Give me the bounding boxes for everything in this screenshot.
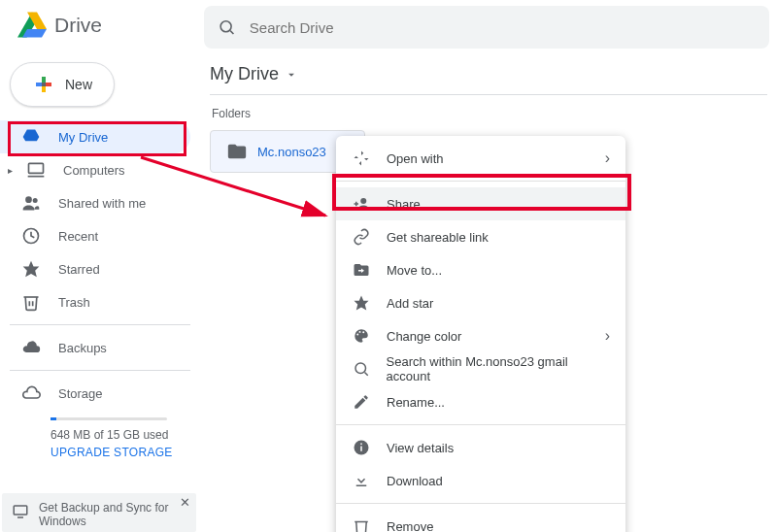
clock-icon bbox=[21, 226, 41, 246]
svg-rect-2 bbox=[42, 83, 46, 86]
brand-title: Drive bbox=[54, 14, 102, 37]
info-icon bbox=[352, 438, 371, 457]
svg-point-13 bbox=[362, 331, 364, 333]
new-button[interactable]: New bbox=[10, 62, 115, 107]
svg-line-1 bbox=[230, 31, 233, 34]
nav-trash[interactable]: Trash bbox=[0, 285, 190, 318]
svg-point-12 bbox=[359, 331, 361, 333]
brand[interactable]: Drive bbox=[0, 11, 204, 40]
plus-icon bbox=[32, 73, 55, 96]
trash-icon bbox=[21, 292, 41, 312]
snackbar[interactable]: Get Backup and Sync for Windows ✕ bbox=[2, 493, 196, 532]
folder-name: Mc.nonso23 bbox=[257, 145, 326, 159]
context-menu: Open with › Share... Get shareable link … bbox=[336, 136, 625, 532]
trash-icon bbox=[352, 516, 371, 532]
folders-label: Folders bbox=[212, 107, 777, 120]
menu-remove[interactable]: Remove bbox=[336, 510, 625, 532]
drive-icon bbox=[21, 127, 41, 147]
menu-move-to[interactable]: Move to... bbox=[336, 253, 625, 286]
nav-shared-with-me[interactable]: Shared with me bbox=[0, 186, 190, 219]
svg-line-15 bbox=[364, 372, 367, 375]
cloud-outline-icon bbox=[21, 383, 41, 403]
menu-search-within[interactable]: Search within Mc.nonso23 gmail account bbox=[336, 352, 625, 385]
rename-icon bbox=[352, 392, 371, 412]
svg-rect-18 bbox=[360, 444, 362, 446]
nav-backups[interactable]: Backups bbox=[0, 331, 190, 364]
folder-icon bbox=[226, 141, 248, 162]
menu-rename[interactable]: Rename... bbox=[336, 385, 625, 418]
nav-storage[interactable]: Storage bbox=[0, 377, 190, 410]
monitor-icon bbox=[12, 503, 29, 520]
svg-rect-21 bbox=[14, 506, 27, 515]
open-with-icon bbox=[352, 149, 371, 168]
palette-icon bbox=[352, 326, 371, 346]
sidebar: New My Drive ▸ Computers Shared with me … bbox=[0, 50, 204, 532]
svg-rect-3 bbox=[29, 163, 44, 173]
menu-share[interactable]: Share... bbox=[336, 187, 625, 220]
storage-meter: 648 MB of 15 GB used UPGRADE STORAGE bbox=[0, 410, 204, 459]
menu-change-color[interactable]: Change color › bbox=[336, 319, 625, 352]
search-input[interactable] bbox=[250, 19, 756, 36]
nav-list: My Drive ▸ Computers Shared with me Rece… bbox=[0, 120, 204, 459]
star-icon bbox=[21, 259, 41, 279]
link-icon bbox=[352, 227, 371, 247]
breadcrumb[interactable]: My Drive bbox=[210, 64, 767, 95]
svg-point-0 bbox=[220, 21, 231, 32]
menu-get-link[interactable]: Get shareable link bbox=[336, 220, 625, 253]
svg-rect-19 bbox=[356, 485, 367, 487]
star-icon bbox=[352, 293, 371, 313]
drive-logo-icon bbox=[17, 11, 47, 40]
search-bar[interactable] bbox=[204, 6, 769, 49]
main-content: My Drive Folders Mc.nonso23 Open with › … bbox=[204, 50, 777, 532]
expand-caret-icon: ▸ bbox=[8, 165, 13, 176]
storage-text: 648 MB of 15 GB used bbox=[51, 428, 190, 442]
nav-recent[interactable]: Recent bbox=[0, 219, 190, 252]
nav-starred[interactable]: Starred bbox=[0, 252, 190, 285]
menu-download[interactable]: Download bbox=[336, 464, 625, 497]
menu-view-details[interactable]: View details bbox=[336, 431, 625, 464]
chevron-right-icon: › bbox=[605, 327, 610, 345]
search-icon bbox=[352, 359, 371, 379]
download-icon bbox=[352, 471, 371, 490]
close-icon[interactable]: ✕ bbox=[180, 495, 190, 510]
menu-add-star[interactable]: Add star bbox=[336, 286, 625, 319]
nav-computers[interactable]: ▸ Computers bbox=[0, 153, 190, 186]
person-add-icon bbox=[352, 194, 371, 214]
app-header: Drive bbox=[0, 0, 777, 50]
menu-open-with[interactable]: Open with › bbox=[336, 142, 625, 175]
chevron-right-icon: › bbox=[605, 150, 610, 167]
nav-my-drive[interactable]: My Drive bbox=[0, 120, 190, 153]
cloud-icon bbox=[21, 338, 41, 357]
folder-move-icon bbox=[352, 260, 371, 280]
svg-rect-17 bbox=[360, 447, 362, 451]
svg-point-14 bbox=[355, 363, 366, 374]
svg-marker-10 bbox=[355, 296, 369, 311]
computer-icon bbox=[26, 160, 46, 180]
people-icon bbox=[21, 193, 41, 213]
svg-point-5 bbox=[25, 196, 32, 203]
new-button-label: New bbox=[65, 77, 92, 92]
svg-point-9 bbox=[360, 198, 366, 204]
upgrade-storage-link[interactable]: UPGRADE STORAGE bbox=[51, 446, 190, 459]
svg-point-11 bbox=[356, 334, 358, 336]
svg-point-6 bbox=[33, 198, 38, 203]
search-icon bbox=[218, 17, 236, 37]
svg-marker-8 bbox=[23, 261, 40, 278]
dropdown-caret-icon bbox=[285, 68, 298, 82]
